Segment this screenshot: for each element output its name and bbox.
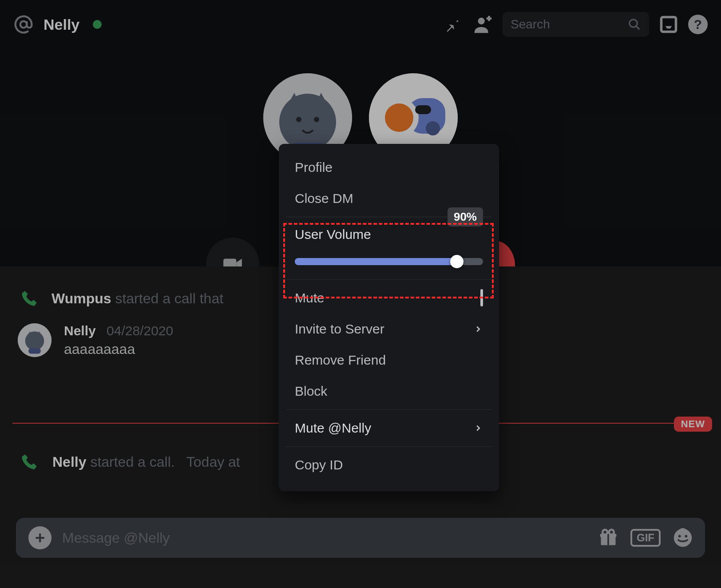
titlebar: Nelly Search ? [0,0,721,49]
svg-point-26 [685,535,687,537]
svg-point-25 [678,535,681,537]
svg-point-14 [426,121,440,135]
svg-point-6 [296,117,301,122]
menu-mute[interactable]: Mute [279,282,499,314]
menu-invite-to-server[interactable]: Invite to Server [279,314,499,345]
message-body: aaaaaaaaa [64,341,173,358]
user-volume-label: User Volume [295,227,371,242]
channel-title: Nelly [44,16,79,33]
message-timestamp: 04/28/2020 [107,323,173,338]
menu-copy-id[interactable]: Copy ID [279,449,499,481]
add-friend-icon[interactable] [471,13,495,36]
svg-point-5 [279,94,336,151]
message-author[interactable]: Nelly [64,323,96,338]
menu-profile[interactable]: Profile [279,152,499,183]
at-icon [13,14,34,35]
user-volume-slider[interactable] [295,258,483,265]
svg-point-24 [674,529,692,547]
help-icon[interactable]: ? [688,15,708,34]
gift-icon[interactable] [598,528,618,548]
menu-remove-friend[interactable]: Remove Friend [279,345,499,376]
new-badge: NEW [674,417,712,432]
menu-separator [286,409,492,410]
composer-placeholder: Message @Nelly [62,530,170,546]
svg-point-1 [478,18,485,24]
gif-button[interactable]: GIF [630,529,661,547]
menu-mute-user[interactable]: Mute @Nelly [279,413,499,444]
svg-point-7 [314,117,319,122]
call-event-time: Today at [186,454,240,470]
message-composer[interactable]: + Message @Nelly GIF [16,518,705,558]
inbox-icon[interactable] [657,13,680,36]
svg-rect-18 [28,348,40,354]
call-event-user: Wumpus [52,290,111,306]
search-icon [628,18,641,31]
phone-icon [20,453,39,471]
pin-icon[interactable] [440,13,464,36]
call-event-row: Nelly started a call. Today at [20,453,240,471]
user-context-menu: Profile Close DM User Volume 90% Mute In… [279,144,499,491]
svg-rect-3 [662,17,676,32]
svg-rect-21 [607,534,609,545]
status-online-dot [93,20,102,29]
menu-block[interactable]: Block [279,376,499,407]
svg-point-2 [630,20,638,28]
checkbox-icon[interactable] [480,289,483,306]
chevron-right-icon [473,324,483,334]
svg-rect-13 [415,105,431,114]
menu-user-volume: User Volume 90% [279,220,499,277]
call-event-user: Nelly [52,454,86,470]
attach-button[interactable]: + [28,526,52,549]
avatar[interactable] [18,323,52,357]
user-volume-tooltip: 90% [448,207,483,226]
chevron-right-icon [473,423,483,433]
svg-point-22 [602,530,607,535]
phone-icon [20,290,39,307]
svg-point-17 [25,331,44,350]
menu-separator [286,446,492,447]
search-input[interactable]: Search [503,12,649,37]
menu-separator [286,279,492,280]
call-event-text: started a call. [90,454,174,470]
svg-point-23 [609,530,614,535]
svg-point-12 [385,103,413,132]
emoji-icon[interactable] [673,528,693,548]
call-event-text: started a call that [115,290,223,306]
search-placeholder: Search [511,17,550,32]
